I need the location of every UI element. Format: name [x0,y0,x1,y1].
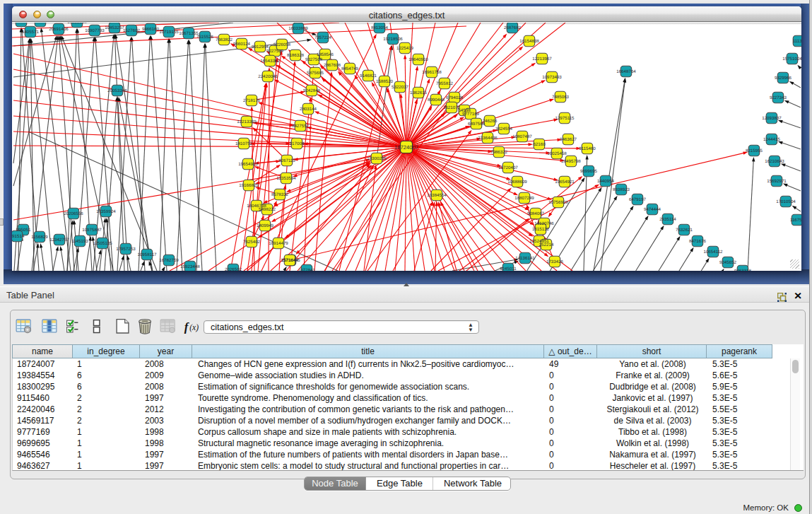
svg-text:18807249: 18807249 [514,196,534,201]
svg-text:9327508: 9327508 [305,57,323,62]
svg-text:7663822: 7663822 [216,37,233,42]
svg-text:8186328: 8186328 [287,53,305,58]
svg-text:917004: 917004 [290,141,305,146]
svg-text:11132: 11132 [793,39,801,44]
svg-text:28495798: 28495798 [561,159,581,164]
svg-text:7625402: 7625402 [243,240,261,245]
svg-text:16210643: 16210643 [765,159,784,164]
svg-text:12213967: 12213967 [532,57,552,62]
svg-text:9660124: 9660124 [233,42,251,47]
svg-text:15923448: 15923448 [180,264,200,269]
svg-text:1571644: 1571644 [281,258,299,263]
svg-text:10853257: 10853257 [105,25,124,30]
svg-text:7955812: 7955812 [436,81,454,86]
svg-text:f: f [184,320,189,334]
svg-text:10688609: 10688609 [507,180,527,185]
svg-text:8427552: 8427552 [292,124,310,129]
svg-text:10975887: 10975887 [82,228,102,233]
svg-text:1810752: 1810752 [235,141,253,146]
svg-text:19384554: 19384554 [427,193,447,198]
svg-text:9245652: 9245652 [719,260,737,265]
svg-text:10973493: 10973493 [542,75,562,80]
svg-text:10654112: 10654112 [703,250,723,255]
svg-text:7632621: 7632621 [676,228,693,233]
svg-text:14136141: 14136141 [515,256,535,261]
svg-text:3624554: 3624554 [495,127,513,132]
svg-text:15751024: 15751024 [782,57,801,62]
svg-text:1409949: 1409949 [257,223,274,228]
svg-text:1440954: 1440954 [597,179,615,184]
svg-text:9699695: 9699695 [580,169,598,174]
svg-text:1733426: 1733426 [546,259,564,264]
svg-text:12505135: 12505135 [93,241,112,246]
svg-text:12342757: 12342757 [49,238,69,243]
svg-text:9245011: 9245011 [500,267,517,271]
svg-text:19218506: 19218506 [383,37,403,42]
svg-text:20053346: 20053346 [107,88,127,93]
svg-text:995051: 995051 [16,228,31,233]
svg-text:62160: 62160 [533,142,546,147]
svg-text:16154838: 16154838 [519,39,539,44]
svg-text:16782759: 16782759 [159,258,179,263]
svg-text:17359924: 17359924 [96,209,116,214]
svg-text:16543362: 16543362 [260,59,280,64]
svg-text:1362615: 1362615 [410,90,428,95]
svg-text:12213369: 12213369 [237,119,257,124]
svg-text:2687682: 2687682 [504,25,522,30]
svg-text:8471676: 8471676 [689,239,707,244]
svg-text:9329966: 9329966 [775,76,792,81]
svg-text:8267115: 8267115 [278,158,295,163]
svg-text:2867608: 2867608 [324,63,341,68]
svg-text:8990448: 8990448 [428,98,445,103]
svg-text:22420046: 22420046 [258,74,278,79]
svg-text:9777169: 9777169 [462,112,480,117]
svg-text:6794028: 6794028 [446,95,464,100]
svg-text:746266: 746266 [483,119,498,124]
svg-text:1156829: 1156829 [31,235,48,240]
svg-text:252214: 252214 [539,243,554,247]
svg-text:5875685: 5875685 [307,71,324,76]
svg-text:16120746: 16120746 [534,221,554,226]
svg-text:1405571: 1405571 [22,30,40,35]
svg-text:17010504: 17010504 [776,199,796,204]
svg-text:9227509: 9227509 [266,49,284,54]
svg-text:1145193: 1145193 [71,239,88,244]
svg-text:12353594: 12353594 [276,176,296,181]
svg-text:8454749: 8454749 [341,66,359,71]
svg-text:2935114: 2935114 [659,217,676,222]
svg-text:17957253: 17957253 [116,247,136,252]
svg-text:1072841: 1072841 [298,268,316,271]
svg-text:2803144: 2803144 [300,107,317,112]
svg-text:1588520: 1588520 [376,79,394,84]
svg-text:15720407: 15720407 [498,165,518,170]
svg-text:8813054: 8813054 [371,25,389,30]
svg-text:(x): (x) [189,323,199,332]
svg-text:7357224: 7357224 [314,35,332,40]
svg-text:18300295: 18300295 [367,156,387,161]
svg-text:7986322: 7986322 [490,150,508,155]
svg-text:16961758: 16961758 [422,70,442,75]
svg-text:7485063: 7485063 [552,95,570,100]
svg-text:9115460: 9115460 [579,146,596,151]
svg-text:9463627: 9463627 [560,137,577,142]
svg-text:10756928: 10756928 [548,200,568,205]
svg-text:9146821: 9146821 [360,74,377,78]
svg-text:10719155: 10719155 [159,30,179,35]
svg-text:19654923: 19654923 [238,162,258,167]
svg-text:10025458: 10025458 [547,151,567,156]
svg-text:16648764: 16648764 [616,69,636,74]
svg-text:2718176: 2718176 [243,98,261,103]
svg-text:10807487: 10807487 [512,134,532,139]
svg-text:16055128: 16055128 [67,23,87,25]
svg-text:9466160: 9466160 [142,27,160,32]
svg-text:20206556: 20206556 [64,211,83,216]
svg-text:15692971: 15692971 [767,179,787,184]
svg-text:2026502: 2026502 [225,267,242,271]
svg-text:991514: 991514 [12,234,25,239]
svg-text:6479197: 6479197 [629,197,647,202]
svg-text:10958117: 10958117 [137,252,157,257]
svg-text:7515526: 7515526 [196,35,214,40]
svg-text:116753: 116753 [790,218,801,223]
svg-text:9084067: 9084067 [527,211,545,216]
svg-text:12093837: 12093837 [762,116,782,121]
